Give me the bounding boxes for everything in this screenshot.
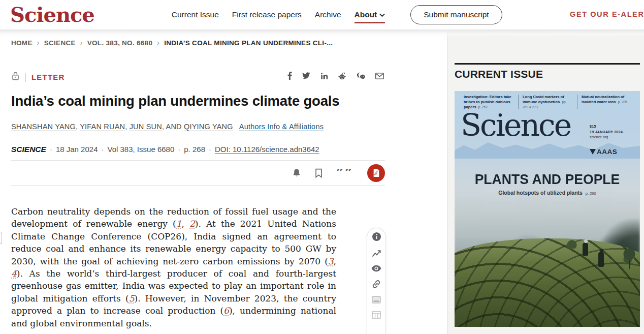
article-title: India’s coal mining plan undermines clim… — [11, 93, 372, 109]
meta-separator: · — [101, 145, 104, 154]
chevron-down-icon — [379, 10, 385, 19]
divider — [11, 185, 385, 186]
author-link[interactable]: JUN SUN — [130, 123, 162, 131]
cover-tree — [622, 247, 637, 270]
cover-headline: PLANTS AND PEOPLE — [459, 171, 635, 188]
twitter-icon[interactable] — [302, 72, 310, 79]
reference-link[interactable]: 3 — [328, 256, 334, 266]
doi-link[interactable]: DOI: 10.1126/science.adn3642 — [215, 145, 319, 154]
email-icon[interactable] — [375, 73, 384, 79]
reference-link[interactable]: 1 — [176, 219, 182, 229]
breadcrumb-separator: › — [80, 39, 83, 47]
publish-date: 18 Jan 2024 — [56, 145, 98, 154]
cite-icon[interactable]: ”” — [336, 169, 353, 177]
cover-person — [598, 252, 604, 267]
cover-science-logo: Science — [461, 108, 570, 142]
cover-subhead-text: Global hotspots of utilized plants — [498, 190, 583, 196]
cover-teaser: Mutual neutralization of isolated water … — [577, 95, 636, 109]
bookmark-icon[interactable] — [315, 168, 323, 178]
teaser-title: Long Covid markers of immune dysfunction — [523, 95, 564, 104]
article-type-label: LETTER — [31, 73, 65, 81]
submit-manuscript-button[interactable]: Submit manuscript — [410, 5, 502, 24]
info-icon[interactable] — [372, 232, 381, 241]
nav-about-label: About — [355, 10, 377, 19]
authors-info-link[interactable]: Authors Info & Affiliations — [239, 123, 324, 131]
breadcrumb-article: INDIA’S COAL MINING PLAN UNDERMINES CLI-… — [164, 39, 333, 47]
divider — [25, 73, 26, 82]
metrics-icon[interactable] — [372, 249, 381, 258]
divider — [11, 160, 385, 161]
lock-icon — [11, 71, 20, 83]
social-share-row — [287, 72, 384, 80]
current-issue-rule — [455, 63, 640, 65]
share-link-icon[interactable] — [372, 280, 381, 289]
science-logo[interactable]: Science — [10, 5, 94, 25]
author-link[interactable]: SHANSHAN YANG — [11, 123, 76, 131]
cover-date: 19 JANUARY 2024 — [590, 129, 623, 135]
cover-site: science.org — [590, 135, 623, 140]
annotation-marker — [0, 232, 2, 244]
cover-person — [583, 242, 588, 256]
reddit-icon[interactable] — [338, 72, 346, 80]
pdf-download-button[interactable] — [367, 164, 385, 182]
wechat-icon[interactable] — [357, 72, 366, 80]
breadcrumb-volume[interactable]: VOL. 383, NO. 6680 — [87, 39, 152, 47]
magazine-cover[interactable]: Investigation: Editors take bribes to pu… — [455, 91, 640, 327]
cover-tea-hills — [455, 238, 640, 327]
article-body: Carbon neutrality depends on the reducti… — [11, 205, 336, 334]
paragraph: Carbon neutrality depends on the reducti… — [11, 205, 336, 329]
cover-subhead: Global hotspots of utilized plants p. 29… — [455, 190, 640, 196]
article-tool-rail — [367, 228, 386, 334]
aaas-logo: AAAS — [590, 148, 617, 156]
meta-separator: · — [209, 145, 211, 154]
meta-separator: · — [178, 145, 180, 154]
article-meta-row: SCIENCE·18 Jan 2024·Vol 383, Issue 6680·… — [11, 145, 319, 154]
cover-bush — [565, 239, 578, 249]
volume-issue: Vol 383, Issue 6680 — [107, 145, 174, 154]
body-text-segment: , — [334, 256, 336, 266]
journal-name: SCIENCE — [11, 145, 46, 154]
author-separator: , AND — [162, 123, 184, 131]
cover-price: $15 — [590, 124, 623, 129]
site-header: Science Current Issue First release pape… — [0, 0, 644, 29]
teaser-page: p. 285 — [618, 100, 627, 104]
aaas-label: AAAS — [597, 148, 617, 156]
nav-first-release[interactable]: First release papers — [232, 10, 302, 19]
linkedin-icon[interactable] — [320, 72, 328, 80]
article-actions-row: ”” — [11, 163, 385, 183]
body-text-segment: , — [181, 219, 189, 229]
breadcrumb-home[interactable]: HOME — [11, 39, 33, 47]
breadcrumb: HOME › SCIENCE › VOL. 383, NO. 6680 › IN… — [11, 39, 333, 47]
main-nav: Current Issue First release papers Archi… — [172, 5, 502, 24]
author-separator: , — [125, 123, 129, 131]
e-alerts-link[interactable]: GET OUR E-ALERTS — [570, 10, 644, 18]
meta-separator: · — [50, 145, 52, 154]
facebook-icon[interactable] — [287, 72, 292, 80]
author-link[interactable]: YIFAN RUAN — [80, 123, 125, 131]
views-eye-icon[interactable] — [371, 265, 381, 272]
author-separator: , — [76, 123, 80, 131]
cover-issue-info: $15 19 JANUARY 2024 science.org — [590, 124, 623, 140]
breadcrumb-separator: › — [37, 39, 40, 47]
reference-link[interactable]: 2 — [189, 219, 195, 229]
reference-link[interactable]: 5 — [129, 293, 135, 303]
current-issue-heading: CURRENT ISSUE — [455, 68, 543, 80]
breadcrumb-separator: › — [157, 39, 159, 47]
media-icon[interactable] — [372, 296, 381, 303]
nav-current-issue[interactable]: Current Issue — [172, 10, 219, 19]
tables-icon[interactable] — [372, 311, 381, 319]
breadcrumb-science[interactable]: SCIENCE — [44, 39, 76, 47]
cover-subhead-page: p. 290 — [586, 191, 596, 196]
reference-link[interactable]: 4 — [11, 268, 17, 279]
reference-link[interactable]: 6 — [223, 306, 229, 316]
authors-row: SHANSHAN YANG, YIFAN RUAN, JUN SUN, AND … — [11, 123, 324, 131]
nav-archive[interactable]: Archive — [315, 10, 341, 19]
article-type-row: LETTER — [11, 71, 65, 83]
aaas-mark-icon — [590, 149, 596, 155]
author-link[interactable]: QIYING YANG — [184, 123, 233, 131]
nav-about[interactable]: About — [355, 10, 385, 23]
alert-bell-icon[interactable] — [292, 168, 301, 178]
page-number: p. 268 — [184, 145, 205, 154]
